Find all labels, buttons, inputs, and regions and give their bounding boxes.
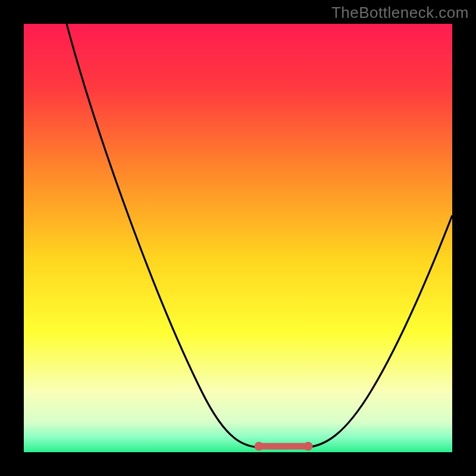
highlight-endpoint-right: [304, 442, 313, 451]
highlight-segment: [255, 442, 313, 451]
watermark-text: TheBottleneck.com: [331, 4, 469, 22]
highlight-endpoint-left: [255, 442, 264, 451]
gradient-background: [24, 24, 452, 452]
plot-svg: [24, 24, 452, 452]
chart-frame: TheBottleneck.com: [0, 0, 476, 476]
plot-area: [24, 24, 452, 452]
